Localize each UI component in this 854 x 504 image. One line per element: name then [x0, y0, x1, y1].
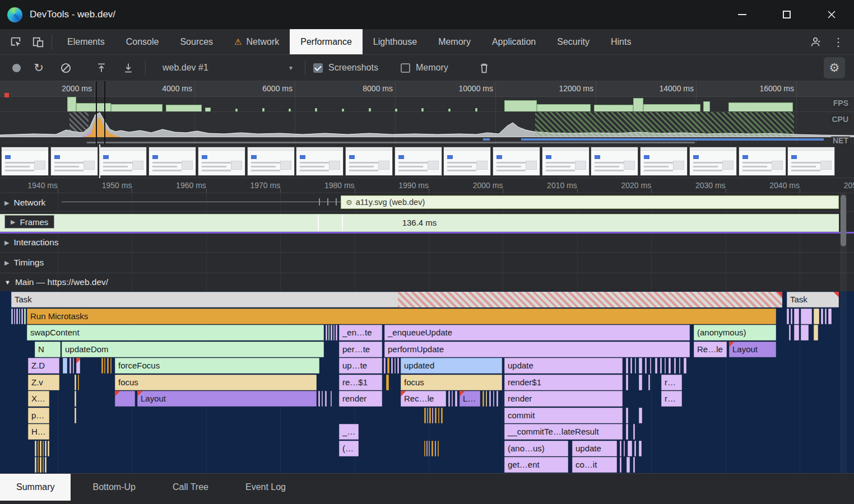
flame-bar[interactable]: [384, 358, 386, 374]
flame-bar[interactable]: [624, 441, 625, 456]
screenshots-checkbox[interactable]: [313, 63, 323, 73]
flame-bar[interactable]: [73, 358, 74, 374]
load-profile-button[interactable]: [88, 62, 115, 73]
flame-bar[interactable]: [665, 358, 666, 374]
flame-bar[interactable]: [639, 441, 642, 456]
flame-bar[interactable]: [489, 391, 491, 407]
flame-bar-forcefocus[interactable]: forceFocus: [115, 358, 319, 374]
flame-bar[interactable]: [427, 408, 428, 423]
flame-bar[interactable]: [387, 358, 389, 374]
flame-bar[interactable]: [63, 358, 67, 374]
frames-track-header[interactable]: ▶ Frames: [4, 215, 54, 228]
flame-bar[interactable]: [115, 391, 135, 407]
flame-bar[interactable]: [331, 391, 332, 407]
bottom-tab-summary[interactable]: Summary: [0, 474, 71, 501]
filmstrip-screenshot[interactable]: [739, 147, 786, 176]
tab-performance[interactable]: Performance: [290, 29, 363, 54]
flame-bar[interactable]: [43, 441, 44, 456]
flame-bar[interactable]: [78, 375, 79, 390]
maximize-button[interactable]: [764, 0, 809, 29]
flame-bar-run-microtasks[interactable]: Run Microtasks: [27, 309, 776, 324]
flame-bar-render$1[interactable]: render$1: [504, 375, 623, 390]
filmstrip-screenshot[interactable]: [443, 147, 491, 176]
flame-bar[interactable]: [620, 457, 621, 473]
inspect-element-button[interactable]: [4, 31, 27, 53]
flame-bar[interactable]: [398, 292, 782, 307]
flame-bar[interactable]: [38, 457, 39, 473]
flame-bar-updatedom[interactable]: updateDom: [62, 342, 324, 357]
flame-bar[interactable]: [645, 358, 647, 374]
flame-bar[interactable]: [101, 358, 103, 374]
flame-bar[interactable]: [325, 391, 327, 407]
flame-bar[interactable]: [322, 391, 323, 407]
flame-bar-_en-te[interactable]: _en…te: [339, 325, 382, 340]
flame-bar-per-te[interactable]: per…te: [339, 342, 382, 357]
flame-bar[interactable]: [801, 325, 809, 340]
flame-bar-l-[interactable]: L…: [460, 391, 480, 407]
flame-bar[interactable]: [441, 408, 443, 423]
flame-bar[interactable]: [626, 408, 628, 423]
flame-bar-swapcontent[interactable]: swapContent: [27, 325, 324, 340]
flame-bar[interactable]: [76, 358, 80, 374]
flame-bar[interactable]: [40, 441, 41, 456]
flame-bar[interactable]: [110, 358, 112, 374]
flame-bar[interactable]: [435, 408, 437, 423]
flame-bar[interactable]: [438, 408, 439, 423]
flame-bar[interactable]: [674, 358, 676, 374]
flame-bar-update[interactable]: update: [504, 358, 623, 374]
flame-bar[interactable]: [318, 391, 320, 407]
memory-checkbox[interactable]: [401, 63, 410, 73]
tab-lighthouse[interactable]: Lighthouse: [363, 29, 428, 54]
flame-bar[interactable]: [626, 424, 628, 440]
flame-bar[interactable]: [635, 358, 636, 374]
minimize-button[interactable]: [720, 0, 764, 29]
filmstrip-screenshot[interactable]: [640, 147, 688, 176]
flame-bar[interactable]: [493, 391, 494, 407]
tab-security[interactable]: Security: [546, 29, 600, 54]
flame-bar[interactable]: [391, 358, 393, 374]
flame-bar[interactable]: [789, 325, 791, 340]
filmstrip-screenshot[interactable]: [1, 147, 49, 176]
bottom-tab-bottom-up[interactable]: Bottom-Up: [77, 474, 150, 501]
flame-bar[interactable]: [35, 441, 36, 456]
flame-bar[interactable]: [639, 358, 642, 374]
flame-bar[interactable]: [455, 391, 457, 407]
flame-bar[interactable]: [11, 309, 13, 324]
flame-bar[interactable]: [669, 358, 671, 374]
flame-bar[interactable]: [326, 325, 327, 340]
flame-bar-render[interactable]: render: [504, 391, 623, 407]
flame-bar-commit[interactable]: commit: [504, 408, 623, 423]
device-toolbar-button[interactable]: [27, 31, 49, 53]
flame-bar[interactable]: [424, 408, 426, 423]
flame-bar[interactable]: [431, 441, 433, 456]
flame-bar[interactable]: [104, 358, 105, 374]
flame-bar[interactable]: [630, 358, 632, 374]
filmstrip-screenshot[interactable]: [345, 147, 393, 176]
flame-bar-re-$1[interactable]: re…$1: [339, 375, 382, 390]
flame-bar-layout[interactable]: Layout: [729, 342, 776, 357]
flame-bar-z-d[interactable]: Z.D: [28, 358, 59, 374]
flame-bar[interactable]: [75, 391, 76, 407]
flame-bar[interactable]: [24, 309, 26, 324]
flame-bar[interactable]: [331, 325, 332, 340]
flame-bar-rec-le[interactable]: Rec…le: [401, 391, 446, 407]
filmstrip-screenshot[interactable]: [542, 147, 590, 176]
tab-network[interactable]: ⚠Network: [224, 29, 290, 54]
flame-bar[interactable]: [486, 391, 487, 407]
flame-bar[interactable]: [639, 375, 642, 390]
flame-bar-performupdate[interactable]: performUpdate: [384, 342, 690, 357]
flame-bar[interactable]: [328, 325, 329, 340]
flame-bar[interactable]: [75, 408, 76, 423]
flame-bar[interactable]: [684, 358, 686, 374]
flame-bar[interactable]: [814, 309, 819, 324]
flame-bar[interactable]: [397, 358, 399, 374]
flame-bar[interactable]: [16, 309, 18, 324]
close-button[interactable]: [809, 0, 854, 29]
flame-bar-_enqueueupdate[interactable]: _enqueueUpdate: [384, 325, 690, 340]
flame-bar[interactable]: [650, 358, 651, 374]
flame-bar[interactable]: [626, 375, 628, 390]
flame-bar[interactable]: [821, 309, 823, 324]
flame-bar-task[interactable]: Task: [787, 292, 839, 307]
filmstrip-screenshot[interactable]: [247, 147, 295, 176]
tab-memory[interactable]: Memory: [428, 29, 481, 54]
